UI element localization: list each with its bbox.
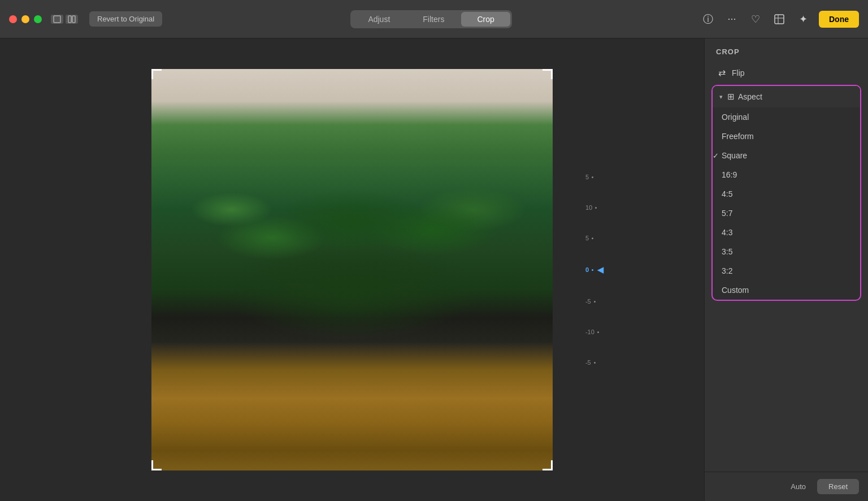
revert-to-original-button[interactable]: Revert to Original <box>89 11 162 27</box>
flip-item[interactable]: ⇄ Flip <box>705 62 868 84</box>
window-controls <box>9 15 42 23</box>
aspect-option-4-5[interactable]: 4:5 <box>713 184 860 204</box>
aspect-option-square-label: Square <box>722 151 747 160</box>
ruler-arrow-icon[interactable]: ◀ <box>597 265 604 274</box>
svg-rect-0 <box>54 16 60 23</box>
aspect-option-3-5-label: 3:5 <box>722 247 732 256</box>
aspect-option-5-7-label: 5:7 <box>722 209 732 218</box>
maximize-button[interactable] <box>34 15 42 23</box>
window-mode-buttons <box>51 15 78 24</box>
svg-rect-2 <box>72 16 75 23</box>
aspect-option-3-2[interactable]: 3:2 <box>713 261 860 280</box>
photo-display <box>151 69 553 470</box>
ruler-tick-neg5: -5 <box>585 298 591 305</box>
crop-shape-icon[interactable] <box>771 11 787 27</box>
aspect-option-original[interactable]: Original <box>713 107 860 127</box>
ruler-tick-0: 0 <box>585 266 589 273</box>
favorite-icon[interactable]: ♡ <box>748 11 763 27</box>
main-area: 5 10 5 0 ◀ -5 <box>0 38 868 501</box>
aspect-header[interactable]: ▾ ⊞ Aspect <box>713 86 860 107</box>
ruler-tick-5-top: 5 <box>585 174 589 180</box>
titlebar: Revert to Original Adjust Filters Crop ⓘ… <box>0 0 868 38</box>
info-icon[interactable]: ⓘ <box>700 11 716 27</box>
aspect-option-16-9[interactable]: 16:9 <box>713 165 860 184</box>
aspect-option-original-label: Original <box>722 113 749 122</box>
flip-label: Flip <box>732 68 745 77</box>
tab-group: Adjust Filters Crop <box>350 10 511 28</box>
aspect-label: Aspect <box>738 92 762 101</box>
magic-icon[interactable]: ✦ <box>795 11 811 27</box>
aspect-option-custom[interactable]: Custom <box>713 280 860 300</box>
tab-crop[interactable]: Crop <box>461 12 510 27</box>
tab-filters[interactable]: Filters <box>407 12 460 27</box>
aspect-option-4-3-label: 4:3 <box>722 228 732 237</box>
aspect-option-3-2-label: 3:2 <box>722 266 732 275</box>
canvas-area: 5 10 5 0 ◀ -5 <box>0 38 704 501</box>
aspect-grid-icon: ⊞ <box>727 92 735 102</box>
done-button[interactable]: Done <box>819 11 859 28</box>
aspect-dropdown: ▾ ⊞ Aspect Original Freeform ✓ Square 16… <box>711 85 861 301</box>
aspect-option-square[interactable]: ✓ Square <box>713 146 860 165</box>
svg-rect-3 <box>775 15 784 24</box>
flip-icon: ⇄ <box>716 67 727 78</box>
bottom-bar: Auto Reset <box>705 472 868 501</box>
single-view-button[interactable] <box>51 15 63 24</box>
toolbar-right: ⓘ ··· ♡ ✦ Done <box>700 11 859 28</box>
panel-title: CROP <box>705 38 868 62</box>
ruler-tick-neg5-bot: -5 <box>585 359 591 366</box>
aspect-option-freeform-label: Freeform <box>722 132 754 141</box>
aspect-option-16-9-label: 16:9 <box>722 170 737 179</box>
split-view-button[interactable] <box>66 15 78 24</box>
aspect-option-freeform[interactable]: Freeform <box>713 127 860 146</box>
right-panel: CROP ⇄ Flip ▾ ⊞ Aspect Original Freeform <box>704 38 868 501</box>
aspect-option-square-check: ✓ <box>713 152 719 160</box>
ruler-tick-10: 10 <box>585 204 592 211</box>
ruler-tick-neg10: -10 <box>585 329 594 335</box>
aspect-option-4-5-label: 4:5 <box>722 189 732 198</box>
auto-button[interactable]: Auto <box>785 480 811 494</box>
aspect-option-3-5[interactable]: 3:5 <box>713 242 860 261</box>
minimize-button[interactable] <box>21 15 29 23</box>
aspect-option-5-7[interactable]: 5:7 <box>713 204 860 223</box>
image-container: 5 10 5 0 ◀ -5 <box>151 69 553 470</box>
aspect-options-list: Original Freeform ✓ Square 16:9 4:5 5:7 <box>713 107 860 300</box>
close-button[interactable] <box>9 15 17 23</box>
ruler-tick-5-mid: 5 <box>585 235 589 241</box>
rotation-ruler: 5 10 5 0 ◀ -5 <box>585 174 604 366</box>
more-icon[interactable]: ··· <box>724 11 740 27</box>
aspect-option-custom-label: Custom <box>722 286 749 295</box>
aspect-option-4-3[interactable]: 4:3 <box>713 223 860 242</box>
aspect-chevron-icon: ▾ <box>719 93 723 101</box>
reset-button[interactable]: Reset <box>817 479 859 494</box>
svg-rect-1 <box>68 16 71 23</box>
tab-adjust[interactable]: Adjust <box>352 12 406 27</box>
